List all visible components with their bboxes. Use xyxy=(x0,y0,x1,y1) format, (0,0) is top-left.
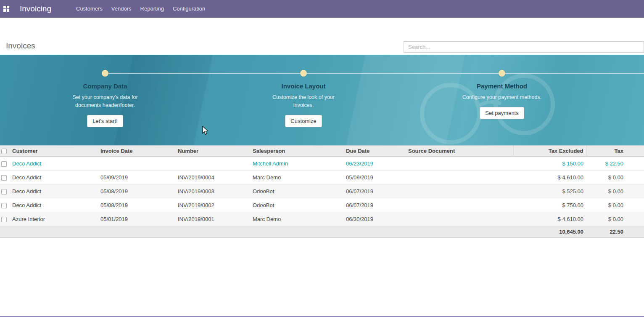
column-header-tax[interactable]: Tax xyxy=(586,146,644,157)
cell-source-document xyxy=(406,184,513,198)
cell-source-document xyxy=(406,212,513,226)
step-description: Customize the look of your invoices. xyxy=(261,93,346,109)
cell-source-document xyxy=(406,157,513,170)
main-menu: Customers Vendors Reporting Configuratio… xyxy=(75,0,206,18)
step-title: Invoice Layout xyxy=(281,83,325,90)
onboarding-step-invoice-layout: Invoice Layout Customize the look of you… xyxy=(240,70,367,127)
invoicing-app-window: Invoicing Customers Vendors Reporting Co… xyxy=(0,0,644,317)
column-header-invoice-date[interactable]: Invoice Date xyxy=(99,146,176,157)
select-all-cell xyxy=(0,146,11,157)
row-checkbox[interactable] xyxy=(1,175,7,181)
cell-number: INV/2019/0001 xyxy=(176,212,251,226)
cell-customer: Deco Addict xyxy=(11,157,99,170)
cell-salesperson: Marc Demo xyxy=(251,212,344,226)
step-description: Configure your payment methods. xyxy=(462,93,541,101)
column-header-salesperson[interactable]: Salesperson xyxy=(251,146,344,157)
lets-start-button[interactable]: Let's start! xyxy=(87,115,123,127)
cell-invoice-date: 05/01/2019 xyxy=(99,212,176,226)
menu-customers[interactable]: Customers xyxy=(75,0,103,18)
cell-due-date: 06/23/2019 xyxy=(344,157,406,170)
row-checkbox[interactable] xyxy=(1,203,7,208)
cell-tax: $ 0.00 xyxy=(586,170,644,184)
cell-due-date: 06/07/2019 xyxy=(344,184,406,198)
table-header-row: Customer Invoice Date Number Salesperson… xyxy=(0,146,644,157)
step-title: Company Data xyxy=(83,83,127,90)
search-input[interactable] xyxy=(404,41,644,53)
column-header-number[interactable]: Number xyxy=(176,146,251,157)
step-dot-icon xyxy=(102,70,108,77)
set-payments-button[interactable]: Set payments xyxy=(480,107,524,119)
cell-invoice-date: 05/09/2019 xyxy=(99,170,176,184)
onboarding-banner: Company Data Set your company's data for… xyxy=(0,55,644,145)
invoice-row[interactable]: Deco Addict05/08/2019INV/2019/0002OdooBo… xyxy=(0,198,644,212)
app-title[interactable]: Invoicing xyxy=(20,4,51,13)
cell-salesperson: Mitchell Admin xyxy=(251,157,344,170)
apps-menu-icon[interactable] xyxy=(3,6,9,12)
cell-tax-excluded: $ 525.00 xyxy=(513,184,586,198)
cell-number xyxy=(176,157,251,170)
cell-salesperson: OdooBot xyxy=(251,184,344,198)
cell-number: INV/2019/0003 xyxy=(176,184,251,198)
invoice-rows: Deco AddictMitchell Admin06/23/2019$ 150… xyxy=(0,157,644,226)
top-navbar: Invoicing Customers Vendors Reporting Co… xyxy=(0,0,644,18)
cell-invoice-date xyxy=(99,157,176,170)
cell-due-date: 06/07/2019 xyxy=(344,198,406,212)
cell-tax: $ 0.00 xyxy=(586,212,644,226)
cell-customer: Deco Addict xyxy=(11,184,99,198)
cell-tax-excluded: $ 4,610.00 xyxy=(513,170,586,184)
cell-customer: Deco Addict xyxy=(11,198,99,212)
cell-tax-excluded: $ 750.00 xyxy=(513,198,586,212)
row-select-cell xyxy=(0,157,11,170)
total-tax-excluded: 10,645.00 xyxy=(513,226,586,238)
row-select-cell xyxy=(0,198,11,212)
cell-salesperson: OdooBot xyxy=(251,198,344,212)
menu-configuration[interactable]: Configuration xyxy=(172,0,206,18)
cell-due-date: 05/09/2019 xyxy=(344,170,406,184)
step-title: Payment Method xyxy=(477,83,527,90)
select-all-checkbox[interactable] xyxy=(1,149,7,154)
page-title: Invoices xyxy=(6,41,35,51)
onboarding-step-company-data: Company Data Set your company's data for… xyxy=(42,70,168,127)
total-tax: 22.50 xyxy=(586,226,644,238)
row-select-cell xyxy=(0,170,11,184)
onboarding-step-payment-method: Payment Method Configure your payment me… xyxy=(439,70,565,119)
column-header-customer[interactable]: Customer xyxy=(11,146,99,157)
row-checkbox[interactable] xyxy=(1,189,7,194)
cell-tax-excluded: $ 4,610.00 xyxy=(513,212,586,226)
row-select-cell xyxy=(0,184,11,198)
cell-customer: Azure Interior xyxy=(11,212,99,226)
cell-source-document xyxy=(406,198,513,212)
menu-vendors[interactable]: Vendors xyxy=(111,0,132,18)
mouse-cursor xyxy=(202,126,209,135)
column-header-tax-excluded[interactable]: Tax Excluded xyxy=(513,146,586,157)
invoice-row[interactable]: Deco Addict05/09/2019INV/2019/0004Marc D… xyxy=(0,170,644,184)
cell-number: INV/2019/0004 xyxy=(176,170,251,184)
row-select-cell xyxy=(0,212,11,226)
table-footer-row: 10,645.00 22.50 xyxy=(0,226,644,238)
column-header-due-date[interactable]: Due Date xyxy=(344,146,406,157)
step-dot-icon xyxy=(300,70,307,77)
cell-source-document xyxy=(406,170,513,184)
cell-invoice-date: 05/08/2019 xyxy=(99,198,176,212)
invoice-row[interactable]: Deco AddictMitchell Admin06/23/2019$ 150… xyxy=(0,157,644,170)
cell-due-date: 06/30/2019 xyxy=(344,212,406,226)
cell-invoice-date: 05/08/2019 xyxy=(99,184,176,198)
cell-salesperson: Marc Demo xyxy=(251,170,344,184)
step-dot-icon xyxy=(499,70,505,77)
column-header-source-document[interactable]: Source Document xyxy=(406,146,513,157)
cell-tax: $ 0.00 xyxy=(586,184,644,198)
invoice-row[interactable]: Azure Interior05/01/2019INV/2019/0001Mar… xyxy=(0,212,644,226)
control-panel: Invoices + Create Import Filters Group B… xyxy=(0,18,644,55)
cell-tax-excluded: $ 150.00 xyxy=(513,157,586,170)
menu-reporting[interactable]: Reporting xyxy=(140,0,165,18)
row-checkbox[interactable] xyxy=(1,161,7,167)
step-description: Set your company's data for documents he… xyxy=(63,93,147,109)
row-checkbox[interactable] xyxy=(1,217,7,222)
cell-tax: $ 0.00 xyxy=(586,198,644,212)
customize-button[interactable]: Customize xyxy=(285,115,322,127)
invoice-table: Customer Invoice Date Number Salesperson… xyxy=(0,145,644,238)
cell-number: INV/2019/0002 xyxy=(176,198,251,212)
invoice-row[interactable]: Deco Addict05/08/2019INV/2019/0003OdooBo… xyxy=(0,184,644,198)
cell-tax: $ 22.50 xyxy=(586,157,644,170)
cell-customer: Deco Addict xyxy=(11,170,99,184)
